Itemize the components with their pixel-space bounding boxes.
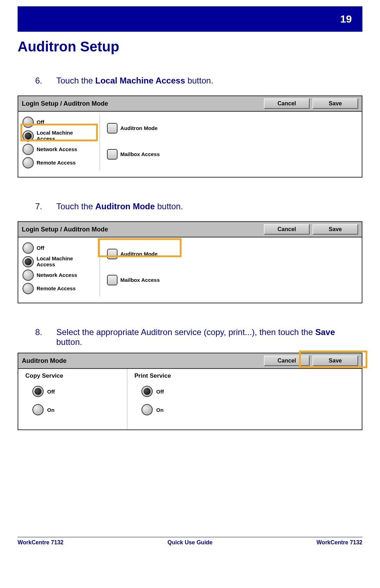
print-off[interactable]: Off: [141, 386, 233, 397]
mode-options: Auditron Mode Mailbox Access: [100, 114, 160, 171]
save-button[interactable]: Save: [312, 98, 358, 109]
step-text: Touch the Auditron Mode button.: [56, 202, 362, 211]
opt-remote-access[interactable]: Remote Access: [23, 157, 97, 168]
opt-local-machine-access[interactable]: Local Machine Access: [23, 130, 97, 142]
opt-off[interactable]: Off: [23, 117, 97, 128]
save-button[interactable]: Save: [312, 224, 358, 235]
cancel-button[interactable]: Cancel: [264, 355, 310, 366]
radio-icon: [23, 157, 34, 168]
opt-auditron-mode[interactable]: Auditron Mode: [107, 249, 160, 259]
print-service-col: Print Service Off On: [127, 369, 236, 429]
copy-off[interactable]: Off: [32, 386, 124, 397]
radio-icon: [141, 404, 153, 415]
checkbox-icon: [107, 249, 118, 259]
cancel-button[interactable]: Cancel: [264, 98, 310, 109]
access-options: Off Local Machine Access Network Access …: [23, 114, 100, 171]
footer-center: Quick Use Guide: [167, 539, 213, 546]
checkbox-icon: [107, 123, 118, 134]
cancel-button[interactable]: Cancel: [264, 224, 310, 235]
copy-on[interactable]: On: [32, 404, 124, 415]
page-number: 19: [340, 13, 352, 25]
opt-local-machine-access[interactable]: Local Machine Access: [23, 256, 97, 267]
panel-header: Login Setup / Auditron Mode Cancel Save: [18, 222, 362, 237]
panel-title: Login Setup / Auditron Mode: [22, 226, 108, 233]
copy-service-col: Copy Service Off On: [18, 369, 127, 429]
step-text: Select the appropriate Auditron service …: [56, 327, 362, 347]
opt-network-access[interactable]: Network Access: [23, 144, 97, 155]
step-text: Touch the Local Machine Access button.: [56, 76, 362, 86]
panel-login-setup-2: Login Setup / Auditron Mode Cancel Save …: [18, 221, 362, 303]
panel-header: Login Setup / Auditron Mode Cancel Save: [18, 96, 362, 112]
mode-options: Auditron Mode Mailbox Access: [100, 240, 160, 296]
radio-icon: [23, 130, 34, 142]
radio-icon: [23, 270, 34, 281]
opt-mailbox-access[interactable]: Mailbox Access: [107, 149, 160, 160]
opt-off[interactable]: Off: [23, 242, 97, 254]
panel-buttons: Cancel Save: [264, 98, 358, 109]
checkbox-icon: [107, 275, 118, 285]
footer-left: WorkCentre 7132: [18, 539, 63, 546]
panel-buttons: Cancel Save: [264, 355, 358, 366]
panel-title: Auditron Mode: [22, 357, 66, 365]
step-num: 8.: [35, 327, 56, 347]
step-6: 6. Touch the Local Machine Access button…: [35, 76, 362, 86]
footer: WorkCentre 7132 Quick Use Guide WorkCent…: [18, 537, 362, 546]
opt-network-access[interactable]: Network Access: [23, 270, 97, 281]
opt-remote-access[interactable]: Remote Access: [23, 283, 97, 294]
panel-buttons: Cancel Save: [264, 224, 358, 235]
radio-icon: [23, 256, 34, 267]
panel-body: Off Local Machine Access Network Access …: [18, 237, 362, 303]
radio-icon: [23, 242, 34, 254]
radio-icon: [23, 283, 34, 294]
copy-service-title: Copy Service: [25, 372, 124, 379]
panel-title: Login Setup / Auditron Mode: [22, 100, 108, 107]
access-options: Off Local Machine Access Network Access …: [23, 240, 100, 296]
panel-header: Auditron Mode Cancel Save: [18, 353, 362, 369]
page-title: Auditron Setup: [18, 39, 362, 55]
radio-icon: [23, 144, 34, 155]
page: 19 Auditron Setup 6. Touch the Local Mac…: [0, 6, 380, 588]
radio-icon: [23, 117, 34, 128]
print-on[interactable]: On: [141, 404, 233, 415]
panel-body: Copy Service Off On Print Service Off: [18, 369, 362, 429]
footer-right: WorkCentre 7132: [317, 539, 362, 546]
step-8: 8. Select the appropriate Auditron servi…: [35, 327, 362, 347]
step-7: 7. Touch the Auditron Mode button.: [35, 202, 362, 211]
opt-auditron-mode[interactable]: Auditron Mode: [107, 123, 160, 134]
save-button[interactable]: Save: [312, 355, 358, 366]
radio-icon: [141, 386, 153, 397]
chapter-banner: 19: [18, 6, 362, 32]
step-num: 6.: [35, 76, 56, 86]
step-num: 7.: [35, 202, 56, 211]
radio-icon: [32, 404, 44, 415]
panel-auditron-mode: Auditron Mode Cancel Save Copy Service O…: [18, 353, 362, 430]
opt-mailbox-access[interactable]: Mailbox Access: [107, 275, 160, 285]
checkbox-icon: [107, 149, 118, 160]
print-service-title: Print Service: [134, 372, 233, 379]
radio-icon: [32, 386, 44, 397]
panel-login-setup-1: Login Setup / Auditron Mode Cancel Save …: [18, 95, 362, 178]
services: Copy Service Off On Print Service Off: [18, 369, 362, 429]
panel-body: Off Local Machine Access Network Access …: [18, 112, 362, 177]
